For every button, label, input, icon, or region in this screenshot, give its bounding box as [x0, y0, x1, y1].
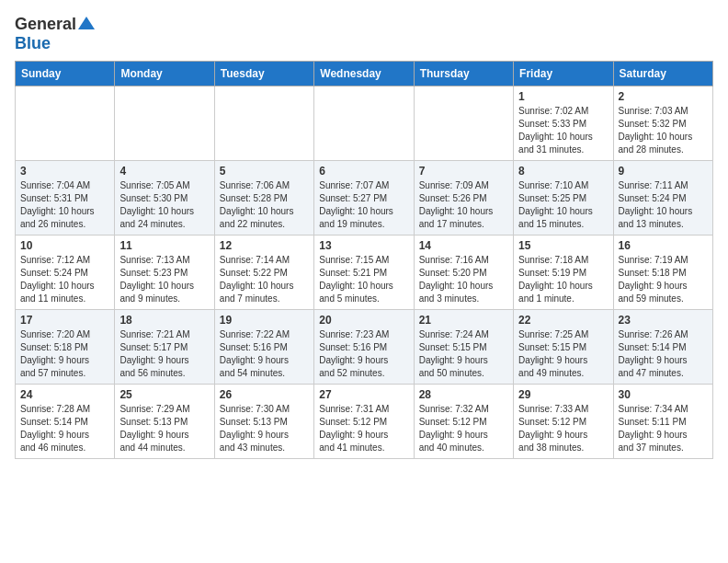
day-info: Sunrise: 7:04 AM Sunset: 5:31 PM Dayligh…: [20, 179, 109, 231]
day-number: 8: [518, 165, 608, 178]
day-info: Sunrise: 7:13 AM Sunset: 5:23 PM Dayligh…: [119, 254, 209, 305]
day-number: 5: [220, 165, 309, 178]
logo-icon: [78, 15, 95, 31]
calendar-cell: 25Sunrise: 7:29 AM Sunset: 5:13 PM Dayli…: [115, 384, 214, 458]
day-number: 12: [220, 239, 309, 252]
calendar-cell: 28Sunrise: 7:32 AM Sunset: 5:12 PM Dayli…: [414, 384, 513, 458]
day-number: 2: [619, 90, 708, 103]
day-number: 26: [220, 388, 309, 401]
calendar-cell: 9Sunrise: 7:11 AM Sunset: 5:24 PM Daylig…: [613, 160, 712, 235]
day-number: 17: [20, 314, 109, 327]
calendar-cell: 17Sunrise: 7:20 AM Sunset: 5:18 PM Dayli…: [16, 309, 115, 384]
calendar-cell: [115, 86, 214, 160]
calendar-cell: 20Sunrise: 7:23 AM Sunset: 5:16 PM Dayli…: [314, 309, 414, 384]
calendar-cell: [414, 86, 513, 160]
calendar-cell: [314, 86, 414, 160]
day-number: 20: [319, 314, 408, 327]
day-info: Sunrise: 7:31 AM Sunset: 5:12 PM Dayligh…: [319, 403, 408, 454]
calendar-cell: 6Sunrise: 7:07 AM Sunset: 5:27 PM Daylig…: [314, 160, 414, 235]
calendar-cell: 13Sunrise: 7:15 AM Sunset: 5:21 PM Dayli…: [314, 235, 414, 309]
weekday-header: Thursday: [414, 61, 513, 86]
day-info: Sunrise: 7:11 AM Sunset: 5:24 PM Dayligh…: [619, 179, 708, 231]
calendar-week-row: 17Sunrise: 7:20 AM Sunset: 5:18 PM Dayli…: [16, 309, 713, 384]
calendar-cell: 26Sunrise: 7:30 AM Sunset: 5:13 PM Dayli…: [214, 384, 313, 458]
day-info: Sunrise: 7:19 AM Sunset: 5:18 PM Dayligh…: [619, 254, 708, 305]
day-info: Sunrise: 7:26 AM Sunset: 5:14 PM Dayligh…: [619, 328, 708, 380]
day-info: Sunrise: 7:09 AM Sunset: 5:26 PM Dayligh…: [419, 179, 508, 231]
day-number: 30: [619, 388, 708, 401]
calendar-cell: 11Sunrise: 7:13 AM Sunset: 5:23 PM Dayli…: [115, 235, 214, 309]
weekday-header: Sunday: [16, 61, 115, 86]
weekday-header: Friday: [514, 61, 613, 86]
day-number: 21: [419, 314, 508, 327]
day-number: 28: [419, 388, 508, 401]
day-number: 9: [619, 165, 708, 178]
day-info: Sunrise: 7:07 AM Sunset: 5:27 PM Dayligh…: [319, 179, 408, 231]
day-info: Sunrise: 7:34 AM Sunset: 5:11 PM Dayligh…: [619, 403, 708, 454]
calendar-week-row: 24Sunrise: 7:28 AM Sunset: 5:14 PM Dayli…: [16, 384, 713, 458]
calendar-header-row: SundayMondayTuesdayWednesdayThursdayFrid…: [16, 61, 713, 86]
calendar-cell: 15Sunrise: 7:18 AM Sunset: 5:19 PM Dayli…: [514, 235, 613, 309]
calendar-cell: 19Sunrise: 7:22 AM Sunset: 5:16 PM Dayli…: [214, 309, 313, 384]
weekday-header: Tuesday: [214, 61, 313, 86]
calendar-cell: 3Sunrise: 7:04 AM Sunset: 5:31 PM Daylig…: [16, 160, 115, 235]
day-info: Sunrise: 7:28 AM Sunset: 5:14 PM Dayligh…: [20, 403, 109, 454]
calendar-table: SundayMondayTuesdayWednesdayThursdayFrid…: [15, 61, 713, 459]
weekday-header: Saturday: [613, 61, 712, 86]
calendar-cell: 16Sunrise: 7:19 AM Sunset: 5:18 PM Dayli…: [613, 235, 712, 309]
calendar-cell: 12Sunrise: 7:14 AM Sunset: 5:22 PM Dayli…: [214, 235, 313, 309]
calendar-cell: 24Sunrise: 7:28 AM Sunset: 5:14 PM Dayli…: [16, 384, 115, 458]
day-number: 7: [419, 165, 508, 178]
day-number: 19: [220, 314, 309, 327]
calendar-cell: 21Sunrise: 7:24 AM Sunset: 5:15 PM Dayli…: [414, 309, 513, 384]
day-info: Sunrise: 7:20 AM Sunset: 5:18 PM Dayligh…: [20, 328, 109, 380]
calendar-cell: [16, 86, 115, 160]
day-info: Sunrise: 7:24 AM Sunset: 5:15 PM Dayligh…: [419, 328, 508, 380]
day-number: 15: [518, 239, 608, 252]
svg-marker-0: [78, 17, 95, 29]
day-number: 23: [619, 314, 708, 327]
calendar-cell: 18Sunrise: 7:21 AM Sunset: 5:17 PM Dayli…: [115, 309, 214, 384]
day-info: Sunrise: 7:14 AM Sunset: 5:22 PM Dayligh…: [220, 254, 309, 305]
calendar-cell: 7Sunrise: 7:09 AM Sunset: 5:26 PM Daylig…: [414, 160, 513, 235]
day-info: Sunrise: 7:22 AM Sunset: 5:16 PM Dayligh…: [220, 328, 309, 380]
day-info: Sunrise: 7:25 AM Sunset: 5:15 PM Dayligh…: [518, 328, 608, 380]
day-number: 24: [20, 388, 109, 401]
calendar-cell: [214, 86, 313, 160]
weekday-header: Monday: [115, 61, 214, 86]
calendar-cell: 8Sunrise: 7:10 AM Sunset: 5:25 PM Daylig…: [514, 160, 613, 235]
calendar-week-row: 3Sunrise: 7:04 AM Sunset: 5:31 PM Daylig…: [16, 160, 713, 235]
calendar-cell: 30Sunrise: 7:34 AM Sunset: 5:11 PM Dayli…: [613, 384, 712, 458]
day-info: Sunrise: 7:16 AM Sunset: 5:20 PM Dayligh…: [419, 254, 508, 305]
day-info: Sunrise: 7:06 AM Sunset: 5:28 PM Dayligh…: [220, 179, 309, 231]
calendar-week-row: 10Sunrise: 7:12 AM Sunset: 5:24 PM Dayli…: [16, 235, 713, 309]
day-info: Sunrise: 7:03 AM Sunset: 5:32 PM Dayligh…: [619, 105, 708, 156]
day-number: 4: [119, 165, 209, 178]
day-info: Sunrise: 7:33 AM Sunset: 5:12 PM Dayligh…: [518, 403, 608, 454]
day-info: Sunrise: 7:15 AM Sunset: 5:21 PM Dayligh…: [319, 254, 408, 305]
weekday-header: Wednesday: [314, 61, 414, 86]
calendar-cell: 2Sunrise: 7:03 AM Sunset: 5:32 PM Daylig…: [613, 86, 712, 160]
calendar-cell: 14Sunrise: 7:16 AM Sunset: 5:20 PM Dayli…: [414, 235, 513, 309]
day-number: 6: [319, 165, 408, 178]
day-info: Sunrise: 7:23 AM Sunset: 5:16 PM Dayligh…: [319, 328, 408, 380]
calendar-cell: 4Sunrise: 7:05 AM Sunset: 5:30 PM Daylig…: [115, 160, 214, 235]
calendar-cell: 27Sunrise: 7:31 AM Sunset: 5:12 PM Dayli…: [314, 384, 414, 458]
calendar-cell: 5Sunrise: 7:06 AM Sunset: 5:28 PM Daylig…: [214, 160, 313, 235]
day-number: 13: [319, 239, 408, 252]
calendar-body: 1Sunrise: 7:02 AM Sunset: 5:33 PM Daylig…: [16, 86, 713, 458]
day-number: 16: [619, 239, 708, 252]
day-number: 14: [419, 239, 508, 252]
day-info: Sunrise: 7:10 AM Sunset: 5:25 PM Dayligh…: [518, 179, 608, 231]
calendar-cell: 22Sunrise: 7:25 AM Sunset: 5:15 PM Dayli…: [514, 309, 613, 384]
day-info: Sunrise: 7:21 AM Sunset: 5:17 PM Dayligh…: [119, 328, 209, 380]
day-info: Sunrise: 7:02 AM Sunset: 5:33 PM Dayligh…: [518, 105, 608, 156]
day-info: Sunrise: 7:29 AM Sunset: 5:13 PM Dayligh…: [119, 403, 209, 454]
day-info: Sunrise: 7:30 AM Sunset: 5:13 PM Dayligh…: [220, 403, 309, 454]
day-info: Sunrise: 7:18 AM Sunset: 5:19 PM Dayligh…: [518, 254, 608, 305]
logo-general-text: General: [15, 16, 76, 34]
day-number: 1: [518, 90, 608, 103]
logo-blue-text: Blue: [15, 34, 51, 52]
day-number: 18: [119, 314, 209, 327]
calendar-cell: 23Sunrise: 7:26 AM Sunset: 5:14 PM Dayli…: [613, 309, 712, 384]
